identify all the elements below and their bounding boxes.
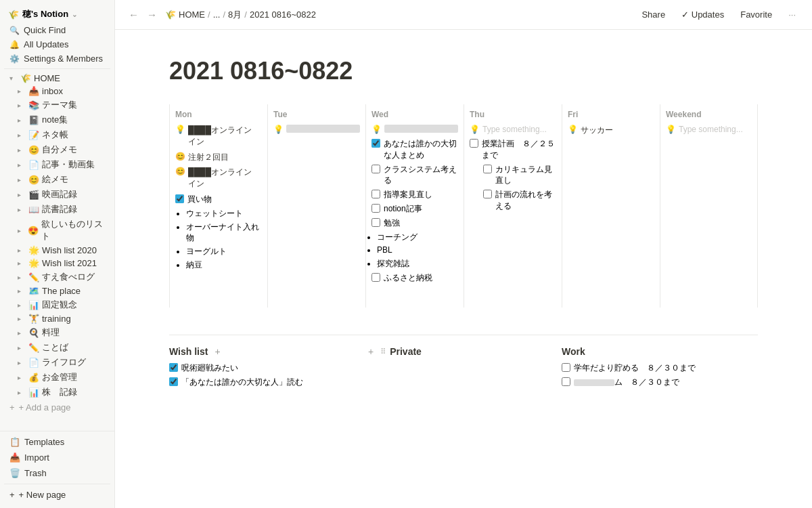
chevron-right-icon: ▸ <box>18 161 26 169</box>
reading-icon: 📖 <box>28 205 39 215</box>
back-button[interactable]: ← <box>126 7 141 22</box>
bulb-icon-wed: 💡 <box>371 125 382 134</box>
sidebar-item-trash[interactable]: 🗑️ Trash <box>4 465 110 481</box>
sidebar-item-tabelog[interactable]: ▸ ✏️ すえ食べログ <box>12 270 110 284</box>
checkbox-jugyou[interactable] <box>470 139 478 148</box>
day-col-tue: Tue 💡 <box>267 104 365 308</box>
list-item: 計画の流れを考える <box>483 189 556 212</box>
checkbox-keikaku[interactable] <box>483 190 492 198</box>
sidebar-item-kabu[interactable]: ▸ 📊 株 記録 <box>12 385 110 400</box>
new-page-button[interactable]: + + New page <box>4 487 110 503</box>
bulb-icon-tue: 💡 <box>273 125 284 134</box>
list-item: 指導案見直し <box>371 189 458 200</box>
sidebar-item-home[interactable]: ▾ 🌾 HOME <box>4 72 110 85</box>
sidebar-item-movie[interactable]: ▸ 🎬 映画記録 <box>12 187 110 202</box>
sidebar-item-wish[interactable]: ▸ 😍 欲しいものリスト <box>12 217 110 244</box>
breadcrumb-ellipsis[interactable]: ... <box>213 9 221 20</box>
sidebar-item-import[interactable]: 📥 Import <box>4 450 110 465</box>
quick-find-label: Quick Find <box>24 25 66 35</box>
movie-icon: 🎬 <box>28 190 39 200</box>
day-header-weekend: Weekend <box>666 110 752 119</box>
sidebar-item-neta[interactable]: ▸ 📝 ネタ帳 <box>12 127 110 142</box>
smile-icon: 😊 <box>175 152 185 161</box>
checkbox-class[interactable] <box>371 165 380 173</box>
list-item: 呪術廻戦みたい <box>169 362 355 374</box>
sidebar-item-settings[interactable]: ⚙️ Settings & Members <box>4 51 110 66</box>
sidebar-divider <box>4 68 110 69</box>
theme-icon: 📚 <box>28 100 39 110</box>
sidebar-item-ememo[interactable]: ▸ 😊 絵メモ <box>12 172 110 187</box>
favorite-button[interactable]: Favorite <box>735 7 777 22</box>
sidebar-item-theme[interactable]: ▸ 📚 テーマ集 <box>12 98 110 112</box>
bullet-list-wed: コーチング PBL 探究雑誌 <box>377 232 458 270</box>
new-page-label: + New page <box>19 490 66 500</box>
checkbox-notion[interactable] <box>371 204 380 213</box>
list-item: クラスシステム考える <box>371 164 458 187</box>
workspace-title[interactable]: 🌾 穂's Notion ⌄ <box>4 5 110 23</box>
checkbox-benkyou[interactable] <box>371 218 380 227</box>
chevron-right-icon: ▸ <box>18 315 26 322</box>
list-item: 😊 注射２回目 <box>175 152 262 163</box>
sidebar-item-place[interactable]: ▸ 🗺️ The place <box>12 284 110 297</box>
place-icon: 🗺️ <box>28 286 39 296</box>
checkbox-curriculum[interactable] <box>483 165 492 173</box>
chevron-right-icon: ▸ <box>18 247 26 254</box>
checkbox-furusato[interactable] <box>371 273 380 282</box>
bottom-section: Wish list + 呪術廻戦みたい 「あなたは誰かの大切な人」読む + ⠿ … <box>169 335 758 391</box>
list-item: コーチング <box>377 232 458 243</box>
sidebar-item-kotoba[interactable]: ▸ ✏️ ことば <box>12 340 110 355</box>
breadcrumb-sep3: / <box>244 9 247 20</box>
sidebar-item-kotei[interactable]: ▸ 📊 固定観念 <box>12 297 110 312</box>
list-item: 💡 <box>273 125 360 134</box>
checkbox-anata2[interactable] <box>169 377 178 386</box>
all-updates-label: All Updates <box>24 39 68 49</box>
breadcrumb-month[interactable]: 8月 <box>228 9 242 21</box>
note-label: note集 <box>42 114 68 126</box>
sidebar-item-training[interactable]: ▸ 🏋️ training <box>12 312 110 325</box>
sidebar-item-wish2021[interactable]: ▸ 🌟 Wish list 2021 <box>12 257 110 270</box>
chevron-right-icon: ▸ <box>18 344 26 352</box>
section-wish-list: Wish list + 呪術廻戦みたい 「あなたは誰かの大切な人」読む <box>169 346 365 391</box>
breadcrumb-home[interactable]: HOME <box>179 9 205 20</box>
sidebar-item-reading[interactable]: ▸ 📖 読書記録 <box>12 202 110 217</box>
add-page-button[interactable]: + + Add a page <box>4 400 110 415</box>
kabu-label: 株 記録 <box>42 386 77 398</box>
reading-label: 読書記録 <box>42 203 77 215</box>
neta-icon: 📝 <box>28 130 39 140</box>
new-page-plus-icon: + <box>9 490 15 500</box>
sidebar-item-wish2020[interactable]: ▸ 🌟 Wish list 2020 <box>12 244 110 257</box>
bulb-icon: 💡 <box>175 125 185 134</box>
share-button[interactable]: Share <box>636 7 671 22</box>
sidebar-item-lifeblog[interactable]: ▸ 📄 ライフログ <box>12 355 110 370</box>
wish-add-button[interactable]: + <box>212 346 223 357</box>
forward-button[interactable]: → <box>144 7 160 22</box>
sidebar-item-note[interactable]: ▸ 📓 note集 <box>12 112 110 127</box>
checkbox-anata[interactable] <box>371 139 380 148</box>
checkbox-shidou[interactable] <box>371 190 380 198</box>
templates-icon: 📋 <box>9 437 20 447</box>
chevron-right-icon: ▸ <box>18 301 26 309</box>
chevron-right-icon: ▸ <box>18 274 26 281</box>
sidebar-bottom-divider <box>4 484 110 484</box>
sidebar-item-all-updates[interactable]: 🔔 All Updates <box>4 37 110 51</box>
sidebar-item-kiji[interactable]: ▸ 📄 記事・動画集 <box>12 157 110 172</box>
sidebar-item-okane[interactable]: ▸ 💰 お金管理 <box>12 370 110 385</box>
sidebar-item-quick-find[interactable]: 🔍 Quick Find <box>4 23 110 37</box>
more-button[interactable]: ··· <box>783 7 801 22</box>
checkbox-kaimono[interactable] <box>175 194 184 203</box>
private-add-button[interactable]: + <box>365 346 376 357</box>
breadcrumb-current[interactable]: 2021 0816~0822 <box>250 9 316 20</box>
checkbox-system[interactable] <box>562 377 570 386</box>
updates-button[interactable]: ✓ Updates <box>676 7 729 22</box>
checkbox-gakunen[interactable] <box>562 363 570 372</box>
checkbox-jujutsu[interactable] <box>169 363 178 372</box>
smile-icon2: 😊 <box>175 167 185 176</box>
templates-label: Templates <box>24 437 64 447</box>
sidebar-item-inbox[interactable]: ▸ 📥 inbox <box>12 85 110 98</box>
sidebar-item-cook[interactable]: ▸ 🍳 料理 <box>12 325 110 340</box>
sidebar-item-memo[interactable]: ▸ 😊 自分メモ <box>12 142 110 157</box>
chevron-down-icon: ▾ <box>9 75 18 82</box>
section-work: Work 学年だより貯める ８／３０まで ム ８／３０まで <box>562 346 758 391</box>
sidebar-item-templates[interactable]: 📋 Templates <box>4 434 110 450</box>
wish2020-label: Wish list 2020 <box>42 245 97 255</box>
